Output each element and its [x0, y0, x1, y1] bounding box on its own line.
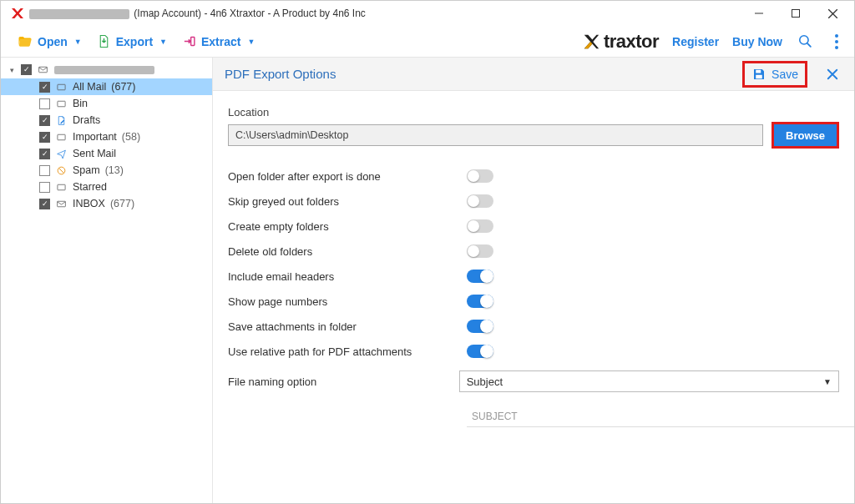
option-toggle[interactable]: [467, 295, 493, 308]
folder-label: Spam: [73, 164, 100, 176]
folder-checkbox[interactable]: [39, 165, 50, 176]
option-toggle[interactable]: [467, 345, 493, 358]
option-label: Show page numbers: [228, 295, 467, 308]
export-icon: [97, 34, 111, 48]
folder-checkbox[interactable]: [39, 115, 50, 126]
folder-label: All Mail: [73, 81, 106, 93]
browse-button[interactable]: Browse: [774, 124, 837, 146]
caret-down-icon[interactable]: ▾: [8, 66, 16, 74]
close-icon: [825, 67, 840, 82]
sent-icon: [55, 149, 68, 159]
spam-icon: [55, 165, 68, 176]
tree-item[interactable]: Sent Mail: [1, 145, 212, 162]
content-pane: PDF Export Options Save Location Browse …: [213, 58, 854, 503]
file-naming-preview: SUBJECT: [467, 406, 854, 427]
window-close-button[interactable]: [814, 2, 851, 25]
tree-item[interactable]: Bin: [1, 95, 212, 112]
option-row: Use relative path for PDF attachments: [228, 339, 839, 364]
option-toggle[interactable]: [467, 244, 493, 258]
folder-checkbox[interactable]: [39, 199, 50, 209]
folder-label: Important: [73, 131, 117, 143]
kebab-icon: [832, 34, 842, 49]
option-label: Delete old folders: [228, 245, 467, 258]
folder-checkbox[interactable]: [39, 82, 50, 93]
folder-checkbox[interactable]: [39, 132, 50, 143]
tree-item[interactable]: All Mail (677): [1, 78, 212, 95]
option-row: Show page numbers: [228, 289, 839, 314]
export-options-header: PDF Export Options Save: [213, 58, 854, 91]
window-title: (Imap Account) - 4n6 Xtraxtor - A Produc…: [29, 8, 366, 19]
option-label: Skip greyed out folders: [228, 195, 467, 208]
envelope-icon: [37, 64, 49, 75]
mailbox-icon: [55, 98, 68, 109]
extract-menu-button[interactable]: Extract ▼: [177, 31, 260, 52]
main-toolbar: Open ▼ Export ▼ Extract ▼ traxtor Regist…: [1, 26, 854, 58]
file-naming-value: Subject: [467, 375, 503, 388]
folder-checkbox[interactable]: [39, 149, 50, 159]
brand-x-icon: [582, 33, 600, 51]
draft-icon: [55, 115, 68, 126]
option-toggle[interactable]: [467, 270, 493, 283]
folder-label: Starred: [73, 181, 107, 193]
option-label: Use relative path for PDF attachments: [228, 345, 467, 358]
titlebar: (Imap Account) - 4n6 Xtraxtor - A Produc…: [1, 1, 854, 26]
tree-item[interactable]: Drafts: [1, 112, 212, 129]
folder-label: Bin: [73, 98, 88, 109]
option-row: Delete old folders: [228, 239, 839, 264]
search-icon: [797, 33, 813, 49]
panel-title: PDF Export Options: [225, 67, 734, 81]
window-maximize-button[interactable]: [777, 2, 814, 25]
mailbox-icon: [55, 132, 68, 143]
folder-checkbox[interactable]: [39, 98, 50, 109]
option-row: Open folder after export is done: [228, 164, 839, 189]
obscured-account-name: [29, 9, 129, 19]
extract-icon: [182, 34, 196, 48]
option-toggle[interactable]: [467, 194, 493, 208]
more-menu-button[interactable]: [827, 33, 846, 51]
brand-logo: traxtor: [582, 31, 659, 53]
option-row: Include email headers: [228, 264, 839, 289]
chevron-down-icon: ▼: [74, 38, 82, 46]
export-menu-button[interactable]: Export ▼: [92, 31, 172, 52]
folder-open-icon: [18, 34, 33, 49]
root-checkbox[interactable]: [21, 64, 32, 75]
folder-label: INBOX: [73, 198, 105, 209]
option-toggle[interactable]: [467, 169, 493, 183]
close-panel-button[interactable]: [822, 64, 842, 84]
folder-checkbox[interactable]: [39, 182, 50, 193]
folder-tree-sidebar: ▾ All Mail (677)BinDraftsImportant (58)S…: [1, 58, 213, 503]
file-naming-select[interactable]: Subject ▼: [459, 370, 839, 392]
option-label: Create empty folders: [228, 220, 467, 233]
register-link[interactable]: Register: [672, 35, 719, 48]
mailbox-icon: [55, 82, 68, 93]
folder-label: Drafts: [73, 114, 100, 126]
tree-item[interactable]: Spam (13): [1, 162, 212, 179]
option-row: Create empty folders: [228, 214, 839, 239]
option-toggle[interactable]: [467, 320, 493, 333]
tree-root-node[interactable]: ▾: [1, 63, 212, 78]
chevron-down-icon: ▼: [823, 377, 832, 386]
chevron-down-icon: ▼: [159, 38, 167, 46]
tree-item[interactable]: INBOX (677): [1, 195, 212, 212]
obscured-account-label: [54, 66, 154, 74]
mailbox-icon: [55, 182, 68, 193]
option-row: Skip greyed out folders: [228, 189, 839, 214]
search-button[interactable]: [796, 33, 814, 51]
file-naming-label: File naming option: [228, 375, 459, 388]
window-minimize-button[interactable]: [741, 2, 777, 25]
floppy-icon: [751, 67, 766, 82]
buy-now-link[interactable]: Buy Now: [732, 35, 782, 48]
folder-count: (677): [111, 81, 135, 93]
location-input[interactable]: [228, 124, 763, 146]
folder-count: (58): [122, 131, 140, 143]
folder-count: (13): [105, 164, 124, 176]
option-toggle[interactable]: [467, 219, 493, 233]
envelope-icon: [55, 199, 68, 209]
open-menu-button[interactable]: Open ▼: [13, 31, 87, 53]
option-label: Include email headers: [228, 270, 467, 283]
save-button[interactable]: Save: [742, 61, 807, 88]
tree-item[interactable]: Starred: [1, 179, 212, 195]
chevron-down-icon: ▼: [247, 38, 255, 46]
tree-item[interactable]: Important (58): [1, 129, 212, 145]
folder-count: (677): [110, 198, 134, 209]
